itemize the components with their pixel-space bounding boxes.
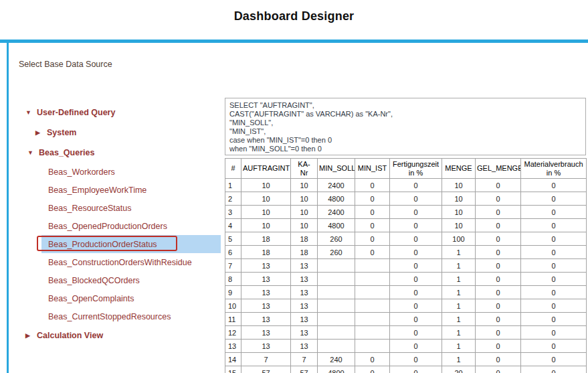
- table-cell: 0: [390, 353, 442, 366]
- tree-item-label: Beas_OpenComplaints: [48, 294, 134, 303]
- table-cell: [355, 340, 390, 353]
- table-cell: 4800: [318, 192, 355, 206]
- table-cell: 3: [225, 206, 241, 219]
- tree-node-user-defined-query[interactable]: ▼ User-Defined Query: [25, 102, 226, 123]
- tree-node-beas-queries[interactable]: ▼ Beas_Queries: [25, 143, 226, 163]
- table-cell: 10: [442, 206, 476, 219]
- table-row[interactable]: 1013130100: [225, 299, 587, 313]
- table-cell: 1: [442, 299, 476, 313]
- chevron-down-icon[interactable]: ▼: [25, 109, 33, 116]
- tree-node-system[interactable]: ▶ System: [25, 123, 226, 143]
- table-cell: 0: [390, 326, 442, 340]
- table-row[interactable]: 813130100: [225, 273, 587, 286]
- table-row[interactable]: 210104800001000: [225, 192, 587, 206]
- table-cell: 0: [521, 340, 587, 353]
- table-cell: 13: [241, 313, 291, 326]
- table-cell: 1: [442, 313, 476, 326]
- table-row[interactable]: 1113130100: [225, 313, 587, 326]
- tree-item-query[interactable]: Beas_BlockedQCOrders: [41, 271, 221, 289]
- table-cell: 10: [291, 192, 318, 206]
- tree-item-query[interactable]: Beas_ConstructionOrdersWithResidue: [41, 253, 221, 271]
- table-cell: 57: [241, 366, 291, 373]
- column-header: Fertigungszeit in %: [390, 159, 442, 179]
- tree-item-query[interactable]: Beas_ProductionOrderStatus: [41, 235, 221, 253]
- table-cell: 100: [442, 232, 476, 246]
- table-cell: 0: [476, 192, 521, 206]
- table-cell: 12: [225, 326, 241, 340]
- tree-node-label: User-Defined Query: [37, 108, 115, 117]
- table-cell: 0: [521, 286, 587, 299]
- column-header: GEL_MENGE: [476, 159, 521, 179]
- table-cell: 0: [476, 206, 521, 219]
- table-cell: 0: [390, 273, 442, 286]
- table-cell: 0: [355, 192, 390, 206]
- table-cell: [318, 326, 355, 340]
- column-header: KA- Nr: [291, 159, 318, 179]
- table-cell: 2400: [318, 179, 355, 192]
- table-cell: 4800: [318, 219, 355, 232]
- tree-item-query[interactable]: Beas_Workorders: [41, 163, 221, 181]
- table-cell: 1: [442, 259, 476, 273]
- table-cell: 0: [521, 179, 587, 192]
- table-row[interactable]: 1213130100: [225, 326, 587, 340]
- table-cell: 0: [521, 353, 587, 366]
- column-header: AUFTRAGINT: [241, 159, 291, 179]
- tree-item-query[interactable]: Beas_OpenedProductionOrders: [41, 217, 221, 235]
- left-accent-bar: [7, 43, 9, 373]
- table-cell: 0: [390, 286, 442, 299]
- table-row[interactable]: 6181826000100: [225, 246, 587, 259]
- query-list: Beas_WorkordersBeas_EmployeeWorkTimeBeas…: [25, 163, 226, 325]
- table-cell: 1: [442, 326, 476, 340]
- tree-node-calculation-view[interactable]: ▶ Calculation View: [25, 325, 226, 346]
- sql-query-editor[interactable]: SELECT "AUFTRAGINT", CAST("AUFTRAGINT" a…: [225, 98, 586, 155]
- table-cell: 18: [291, 246, 318, 259]
- table-cell: 13: [225, 340, 241, 353]
- table-cell: 0: [355, 366, 390, 373]
- table-row[interactable]: 410104800001000: [225, 219, 587, 232]
- table-row[interactable]: 110102400001000: [225, 179, 587, 192]
- table-cell: [355, 286, 390, 299]
- table-cell: 10: [241, 206, 291, 219]
- table-cell: [355, 326, 390, 340]
- table-cell: 10: [442, 179, 476, 192]
- table-cell: 0: [521, 326, 587, 340]
- table-row[interactable]: 1557574800002000: [225, 366, 587, 373]
- chevron-right-icon[interactable]: ▶: [25, 332, 33, 339]
- section-title: Select Base Data Source: [19, 60, 112, 69]
- table-cell: 2400: [318, 206, 355, 219]
- table-cell: 13: [241, 286, 291, 299]
- column-header: MIN_IST: [355, 159, 390, 179]
- chevron-down-icon[interactable]: ▼: [27, 149, 35, 156]
- tree-item-label: Beas_ProductionOrderStatus: [48, 240, 157, 249]
- tree-item-query[interactable]: Beas_OpenComplaints: [41, 289, 221, 307]
- table-cell: 0: [476, 179, 521, 192]
- table-cell: 260: [318, 232, 355, 246]
- table-cell: 0: [355, 246, 390, 259]
- tree-node-label: System: [47, 128, 76, 137]
- chevron-right-icon[interactable]: ▶: [35, 129, 43, 136]
- table-cell: 7: [291, 353, 318, 366]
- table-cell: 0: [476, 299, 521, 313]
- column-header: MIN_SOLL: [318, 159, 355, 179]
- header-row: #AUFTRAGINTKA- NrMIN_SOLLMIN_ISTFertigun…: [225, 159, 587, 179]
- table-row[interactable]: 1313130100: [225, 340, 587, 353]
- table-cell: 14: [225, 353, 241, 366]
- tree-item-query[interactable]: Beas_EmployeeWorkTime: [41, 181, 221, 199]
- table-cell: 13: [291, 313, 318, 326]
- column-header: #: [225, 159, 241, 179]
- table-row[interactable]: 913130100: [225, 286, 587, 299]
- table-cell: 0: [521, 366, 587, 373]
- tree-item-query[interactable]: Beas_ResourceStatus: [41, 199, 221, 217]
- table-cell: 13: [241, 326, 291, 340]
- tree-item-query[interactable]: Beas_CurrentStoppedResources: [41, 307, 221, 325]
- table-row[interactable]: 713130100: [225, 259, 587, 273]
- table-row[interactable]: 518182600010000: [225, 232, 587, 246]
- table-row[interactable]: 310102400001000: [225, 206, 587, 219]
- table-cell: 0: [390, 366, 442, 373]
- table-cell: 10: [241, 179, 291, 192]
- table-row[interactable]: 147724000100: [225, 353, 587, 366]
- table-cell: 0: [521, 219, 587, 232]
- table-cell: 0: [390, 259, 442, 273]
- table-cell: 0: [521, 259, 587, 273]
- tree-item-label: Beas_Workorders: [48, 167, 115, 177]
